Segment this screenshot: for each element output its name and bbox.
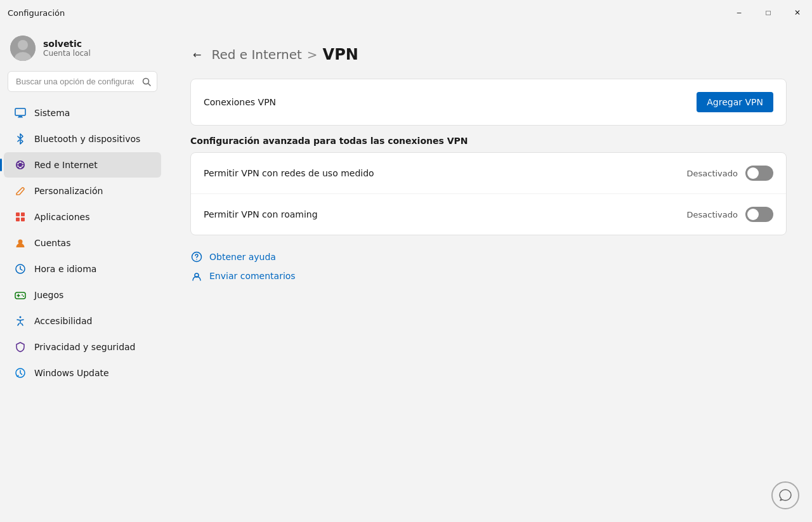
breadcrumb-separator: >	[307, 47, 318, 62]
pen-icon	[14, 185, 27, 197]
links-section: Obtener ayuda Enviar comentarios	[190, 251, 787, 282]
sidebar-item-personalizacion[interactable]: Personalización	[4, 178, 161, 204]
svg-point-15	[22, 294, 23, 296]
maximize-button[interactable]: □	[754, 0, 783, 25]
breadcrumb-current: VPN	[323, 46, 358, 63]
back-button[interactable]: ←	[190, 46, 204, 63]
roaming-toggle[interactable]	[745, 207, 773, 222]
sidebar-item-sistema[interactable]: Sistema	[4, 100, 161, 126]
user-type: Cuenta local	[43, 49, 91, 58]
help-icon	[190, 251, 203, 263]
add-vpn-button[interactable]: Agregar VPN	[697, 92, 773, 112]
titlebar-controls: – □ ✕	[724, 0, 812, 25]
shield-icon	[14, 341, 27, 353]
metered-toggle-thumb	[747, 167, 759, 179]
svg-rect-5	[15, 108, 25, 115]
metered-right: Desactivado	[687, 166, 773, 181]
sidebar: solvetic Cuenta local	[0, 25, 165, 522]
roaming-label: Permitir VPN con roaming	[204, 209, 318, 219]
sidebar-item-juegos[interactable]: Juegos	[4, 282, 161, 308]
advanced-settings-card: Permitir VPN con redes de uso medido Des…	[190, 152, 787, 235]
sidebar-item-hora-label: Hora e idioma	[34, 264, 96, 274]
titlebar: Configuración – □ ✕	[0, 0, 812, 25]
feedback-icon	[190, 270, 203, 282]
metered-label: Permitir VPN con redes de uso medido	[204, 168, 374, 178]
game-icon	[14, 289, 27, 301]
search-box	[8, 71, 157, 92]
vpn-connections-label: Conexiones VPN	[204, 97, 276, 107]
roaming-status: Desactivado	[687, 210, 738, 219]
breadcrumb: ← Red e Internet > VPN	[190, 46, 787, 63]
app-container: solvetic Cuenta local	[0, 25, 812, 522]
svg-rect-8	[16, 212, 20, 216]
feedback-link[interactable]: Enviar comentarios	[209, 271, 296, 281]
svg-rect-11	[21, 218, 25, 221]
svg-point-17	[20, 316, 22, 318]
user-section[interactable]: solvetic Cuenta local	[0, 25, 165, 71]
roaming-row: Permitir VPN con roaming Desactivado	[191, 194, 786, 235]
chat-bubble-button[interactable]	[771, 481, 799, 509]
nav-list: Sistema Bluetooth y dispositivos Red e I…	[0, 97, 165, 522]
search-icon	[142, 77, 151, 86]
feedback-link-item[interactable]: Enviar comentarios	[190, 270, 787, 282]
svg-line-4	[148, 83, 151, 86]
svg-point-12	[18, 240, 23, 244]
person-icon	[14, 237, 27, 249]
close-button[interactable]: ✕	[783, 0, 812, 25]
help-link-item[interactable]: Obtener ayuda	[190, 251, 787, 263]
sidebar-item-red[interactable]: Red e Internet	[4, 152, 161, 178]
update-icon	[14, 367, 27, 379]
metered-toggle[interactable]	[745, 166, 773, 181]
sidebar-item-update[interactable]: Windows Update	[4, 360, 161, 386]
svg-rect-6	[18, 116, 22, 117]
network-icon	[14, 159, 27, 171]
minimize-button[interactable]: –	[724, 0, 754, 25]
titlebar-left: Configuración	[8, 8, 65, 18]
sidebar-item-privacidad-label: Privacidad y seguridad	[34, 342, 136, 352]
titlebar-title: Configuración	[8, 8, 65, 18]
svg-rect-7	[18, 117, 23, 118]
sidebar-item-aplicaciones[interactable]: Aplicaciones	[4, 204, 161, 230]
roaming-toggle-thumb	[747, 209, 759, 220]
roaming-right: Desactivado	[687, 207, 773, 222]
vpn-connections-header: Conexiones VPN Agregar VPN	[191, 79, 786, 125]
content-area: ← Red e Internet > VPN Conexiones VPN Ag…	[165, 25, 812, 522]
sidebar-item-red-label: Red e Internet	[34, 160, 98, 170]
user-name: solvetic	[43, 39, 91, 49]
sidebar-item-bluetooth[interactable]: Bluetooth y dispositivos	[4, 126, 161, 152]
sidebar-item-juegos-label: Juegos	[34, 290, 63, 300]
sidebar-item-accesibilidad-label: Accesibilidad	[34, 316, 92, 326]
metered-row: Permitir VPN con redes de uso medido Des…	[191, 153, 786, 194]
apps-icon	[14, 211, 27, 223]
user-info: solvetic Cuenta local	[43, 39, 91, 58]
svg-point-20	[196, 259, 197, 260]
sidebar-item-sistema-label: Sistema	[34, 108, 70, 118]
sidebar-item-bluetooth-label: Bluetooth y dispositivos	[34, 134, 140, 144]
sidebar-item-privacidad[interactable]: Privacidad y seguridad	[4, 334, 161, 360]
breadcrumb-parent[interactable]: Red e Internet	[211, 47, 301, 62]
accessibility-icon	[14, 315, 27, 327]
help-link[interactable]: Obtener ayuda	[209, 252, 276, 262]
monitor-icon	[14, 107, 27, 119]
search-input[interactable]	[8, 71, 157, 92]
sidebar-item-aplicaciones-label: Aplicaciones	[34, 212, 89, 222]
clock-icon	[14, 263, 27, 275]
bluetooth-icon	[14, 133, 27, 145]
sidebar-item-personalizacion-label: Personalización	[34, 186, 103, 196]
sidebar-item-update-label: Windows Update	[34, 368, 109, 378]
sidebar-item-cuentas[interactable]: Cuentas	[4, 230, 161, 256]
sidebar-item-cuentas-label: Cuentas	[34, 238, 71, 248]
svg-rect-9	[21, 212, 25, 216]
advanced-section-title: Configuración avanzada para todas las co…	[190, 136, 787, 146]
metered-status: Desactivado	[687, 169, 738, 178]
svg-point-16	[23, 296, 24, 297]
avatar	[10, 36, 36, 61]
sidebar-item-hora[interactable]: Hora e idioma	[4, 256, 161, 282]
svg-rect-10	[16, 218, 20, 221]
vpn-connections-card: Conexiones VPN Agregar VPN	[190, 79, 787, 126]
sidebar-item-accesibilidad[interactable]: Accesibilidad	[4, 308, 161, 334]
svg-point-1	[18, 40, 28, 50]
